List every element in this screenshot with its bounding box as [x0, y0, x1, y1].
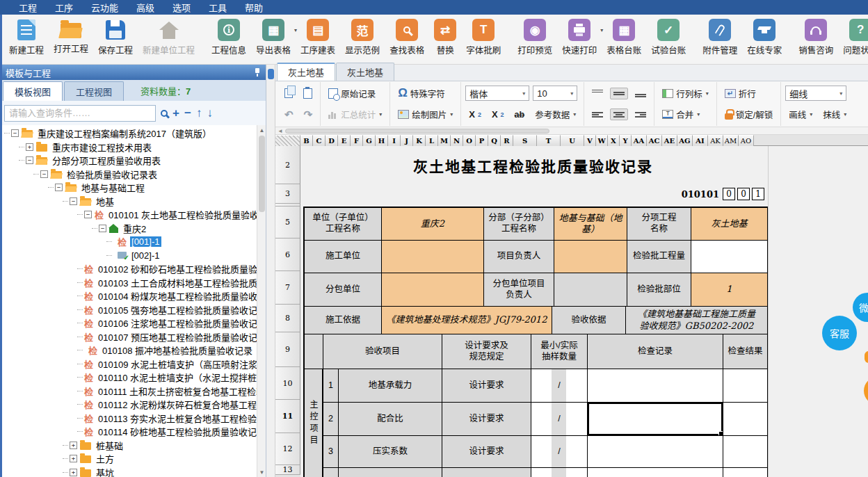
erase-line-button[interactable]: 抹线 ▾	[819, 106, 850, 123]
tree-item[interactable]: 检010111 土和灰土挤密桩复合地基工程检验	[1, 385, 257, 398]
quick-print-button[interactable]: 快速打印▾	[557, 16, 602, 64]
row-header-9[interactable]: 9	[275, 332, 300, 367]
font-brush-button[interactable]: T字体批刷	[461, 16, 506, 64]
column-header-B[interactable]: B	[300, 135, 313, 146]
check-header-cell[interactable]: 检查结果	[723, 334, 767, 369]
tree-item[interactable]: +重庆市建设工程技术用表	[1, 140, 257, 154]
table-cell[interactable]: 分部（子分部） 工程名称	[483, 208, 554, 240]
tree-item[interactable]: 检010108 振冲地基检验批质量验收记录	[1, 343, 257, 357]
expand-icon[interactable]: +	[70, 455, 77, 462]
check-header-cell[interactable]: 检查记录	[587, 334, 723, 369]
collapse-icon[interactable]: −	[99, 225, 106, 232]
design-requirement-cell[interactable]	[442, 468, 531, 477]
document-title-row[interactable]: 灰土地基工程检验批质量验收记录	[300, 146, 766, 184]
item-name-cell[interactable]: 地基承载力	[338, 369, 442, 402]
check-result-cell[interactable]	[723, 369, 767, 402]
sample-count-cell[interactable]: /	[531, 436, 587, 467]
find-table-button[interactable]: 查找表格	[385, 16, 429, 64]
scroll-left-icon[interactable]: ◄	[275, 128, 285, 134]
row-header-8[interactable]: 8	[275, 305, 300, 332]
column-header-C[interactable]: C	[313, 135, 326, 146]
column-header-AC[interactable]: AC	[647, 135, 662, 146]
summary-stats-button[interactable]: 汇总统计 ▾	[325, 106, 385, 123]
replace-button[interactable]: ⇄替换	[429, 16, 461, 64]
column-header-AK[interactable]: AK	[708, 135, 723, 146]
row-header-11[interactable]: 11	[275, 400, 300, 433]
expand-all-icon[interactable]: +	[172, 107, 179, 119]
original-record-button[interactable]: 原始记录	[325, 85, 379, 102]
column-header-S[interactable]: S	[513, 135, 537, 146]
tree-item[interactable]: 检010107 预压地基工程检验批质量验收记录	[1, 330, 257, 344]
column-header-K[interactable]: K	[413, 135, 426, 146]
align-center-button[interactable]	[610, 108, 628, 120]
item-name-cell[interactable]: 压实系数	[338, 436, 442, 467]
splitter-knob-icon[interactable]	[268, 69, 274, 79]
valign-middle-button[interactable]	[610, 88, 628, 99]
column-header-G[interactable]: G	[363, 135, 376, 146]
check-header-cell[interactable]: 最小/实际 抽样数量	[531, 334, 587, 369]
tree-item[interactable]: [002]-1	[1, 249, 257, 263]
collapse-icon[interactable]: −	[40, 170, 48, 178]
design-requirement-cell[interactable]: 设计要求	[442, 369, 531, 402]
check-group-cell[interactable]: 主控项目	[305, 369, 323, 477]
merge-button[interactable]: T 合并 ▾	[659, 106, 703, 123]
tree-item[interactable]: 检010104 粉煤灰地基工程检验批质量验收记	[1, 289, 257, 303]
table-cell[interactable]: 灰土地基	[691, 208, 767, 240]
table-cell[interactable]: 施工单位	[305, 241, 381, 273]
table-ledger-button[interactable]: ▦表格台账	[602, 16, 646, 64]
draw-line-button[interactable]: 画线 ▾	[785, 106, 816, 123]
row-header-10[interactable]: 10	[275, 367, 300, 400]
tree-scrollbar[interactable]: ▲ ▼	[257, 125, 266, 477]
code-box-1[interactable]: 0	[723, 188, 735, 200]
item-number-cell[interactable]: 3	[323, 436, 338, 467]
tree-item[interactable]: −地基与基础工程	[1, 181, 257, 195]
code-box-2[interactable]: 0	[737, 188, 750, 200]
align-left-button[interactable]	[588, 108, 606, 120]
table-cell[interactable]: 检验批工程量	[627, 241, 691, 273]
valign-bottom-button[interactable]	[632, 88, 650, 99]
column-header-I[interactable]: I	[388, 135, 401, 146]
check-record-cell[interactable]	[587, 468, 723, 477]
row-header-3[interactable]: 3	[275, 184, 300, 204]
open-project-button[interactable]: 打开工程	[49, 16, 93, 64]
column-header-AI[interactable]: AI	[693, 135, 708, 146]
check-header-cell[interactable]: 验收项目	[323, 334, 442, 369]
subscript-button[interactable]: X2	[488, 107, 508, 122]
column-header-R[interactable]: R	[501, 135, 513, 146]
tree-item[interactable]: 检010105 强夯地基工程检验批质量验收记录	[1, 303, 257, 317]
orange-float-button-partial[interactable]	[865, 351, 868, 363]
new-project-button[interactable]: 新建工程	[4, 16, 49, 64]
tree-item[interactable]: 检[001]-1	[1, 235, 257, 249]
tree-item[interactable]: +土方	[1, 452, 257, 466]
row-header-6[interactable]: 6	[275, 239, 300, 271]
column-header-T[interactable]: T	[537, 135, 561, 146]
font-size-select[interactable]: 10 ▾	[533, 86, 577, 101]
expand-icon[interactable]: +	[26, 143, 33, 151]
table-cell[interactable]: 重庆2	[381, 208, 483, 240]
tree-item[interactable]: −重庆建设工程档案编制系统2017（建筑版）	[1, 127, 257, 140]
table-cell[interactable]: 施工依据	[305, 307, 381, 334]
tree-item[interactable]: 检010110 水泥土桩墙支护（水泥土搅拌桩地	[1, 371, 257, 385]
column-header-Q[interactable]: Q	[488, 135, 501, 146]
check-result-cell[interactable]	[723, 403, 767, 435]
menu-item-6[interactable]: 工具	[200, 0, 236, 15]
redo-button[interactable]: ↷	[300, 106, 316, 123]
column-header-AA[interactable]: AA	[632, 135, 647, 146]
tree-item[interactable]: +基坑	[1, 466, 257, 477]
row-header-13[interactable]: 13	[275, 465, 300, 475]
sheet-corner-cell[interactable]	[275, 135, 300, 146]
column-header-F[interactable]: F	[351, 135, 363, 146]
column-header-J[interactable]: J	[401, 135, 413, 146]
row-header-2[interactable]: 2	[275, 146, 300, 184]
table-cell[interactable]	[554, 241, 627, 273]
sidebar-tab-1[interactable]: 模板视图	[3, 81, 63, 101]
doc-tab-2[interactable]: 灰土地基	[336, 63, 394, 81]
design-requirement-cell[interactable]: 设计要求	[442, 436, 531, 467]
item-number-cell[interactable]: 2	[323, 403, 338, 435]
item-number-cell[interactable]: 1	[323, 369, 338, 402]
sales-consult-button[interactable]: 销售咨询	[794, 16, 838, 64]
tree-item[interactable]: −分部分项工程质量验收用表	[1, 154, 257, 168]
tree-item[interactable]: −检010101 灰土地基工程检验批质量验收记录	[1, 208, 257, 222]
collapse-icon[interactable]: −	[26, 156, 33, 164]
table-cell[interactable]: 《建筑地基基础工程施工质量 验收规范》GB50202-2002	[625, 307, 767, 334]
